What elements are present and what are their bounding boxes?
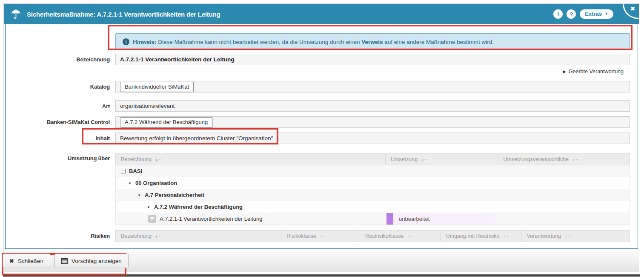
geerbte-verantwortung-link[interactable]: ▶ Geerbte Verantwortung [563,69,624,75]
art-value: organisationsrelevant [120,103,175,109]
umsetzung-table-header: Bezeichnung▲▼Umsetzung▲▼Umsetzungsverant… [115,153,630,165]
tree-row[interactable]: 00 Organisation [115,177,630,189]
column-label: Bezeichnung [121,156,152,162]
screenshot-root: Sicherheitsmaßnahme: A.7.2.1-1 Verantwor… [0,0,644,277]
close-icon: ✖ [9,258,14,264]
risiken-column-header[interactable]: Verantwortung▲▼ [521,231,630,242]
caret-down-icon[interactable] [137,193,141,197]
risiken-label: Risiken [3,233,110,239]
dialog-title: Sicherheitsmaßnahme: A.7.2.1-1 Verantwor… [27,11,220,18]
tree-row-label: A.7 Personalsicherheit [145,192,204,198]
vorschlag-label: Vorschlag anzeigen [72,258,122,264]
tree-row[interactable]: A.7.2 Während der Beschäftigung [115,201,630,213]
column-label: Verantwortung [527,233,561,239]
help-icon: ? [570,11,573,17]
bezeichnung-value: A.7.2.1-1 Verantwortlichkeiten der Leitu… [120,56,235,63]
hint-banner: i Hinweis: Diese Maßnahme kann nicht bea… [115,33,630,50]
risiken-column-header[interactable]: Restrisikoklasse▲▼ [360,231,441,242]
tree-row[interactable]: A.7 Personalsicherheit [115,189,630,201]
bezeichnung-label: Bezeichnung [3,56,110,63]
column-label: Bezeichnung [121,233,152,239]
control-field: A.7.2 Während der Beschäftigung [115,116,630,128]
sort-icons: ▲▼ [421,158,428,161]
info-icon: i [558,11,559,17]
info-button[interactable]: i [553,9,563,19]
sort-icons: ▲▼ [155,235,162,238]
close-icon: ✖ [630,6,635,12]
status-label: unbearbeitet [393,213,495,225]
tree-row-label: A.7.2 Während der Beschäftigung [154,204,243,210]
sort-icons: ▲▼ [320,235,326,238]
tree-row[interactable]: A.7.2.1-1 Verantwortlichkeiten der Leitu… [115,213,630,225]
risiken-column-header[interactable]: Risikoklasse▲▼ [281,231,360,242]
control-label: Banken-SiMaKat Control [3,119,110,125]
umsetzung-status: unbearbeitet [386,213,495,225]
titlebar: Sicherheitsmaßnahme: A.7.2.1-1 Verantwor… [4,4,639,24]
umsetzung-column-header[interactable]: Bezeichnung▲▼ [116,154,385,165]
katalog-chip[interactable]: Bankindividueller SiMaKat [120,82,194,92]
risiken-table-header: Bezeichnung▲▼Risikoklasse▲▼Restrisikokla… [115,230,630,242]
umsetzung-table: Bezeichnung▲▼Umsetzung▲▼Umsetzungsverant… [115,153,630,225]
umbrella-icon [148,215,156,223]
extras-button[interactable]: Extras ▼ [580,9,613,19]
geerbte-verantwortung-label: Geerbte Verantwortung [569,69,624,75]
umsetzung-column-header[interactable]: Umsetzungsverantwortliche▲▼ [498,154,630,165]
bezeichnung-field: A.7.2.1-1 Verantwortlichkeiten der Leitu… [115,54,630,65]
dialog-window: Sicherheitsmaßnahme: A.7.2.1-1 Verantwor… [3,3,640,274]
sort-icons: ▲▼ [503,235,509,238]
umsetzung-column-header[interactable]: Umsetzung▲▼ [385,154,498,165]
art-field: organisationsrelevant [115,100,630,112]
column-label: Umgang mit Restrisiko [446,233,500,239]
footer-buttons: ✖ Schließen Vorschlag anzeigen [3,254,129,268]
sort-icons: ▲▼ [407,235,414,238]
collapse-icon[interactable] [121,169,126,173]
info-icon: i [123,38,129,45]
tree-row[interactable]: BASI [115,165,630,177]
control-chip[interactable]: A.7.2 Während der Beschäftigung [120,117,212,127]
risiken-table: Bezeichnung▲▼Risikoklasse▲▼Restrisikokla… [115,230,630,242]
column-label: Umsetzung [391,156,418,162]
status-color-bar [386,213,393,225]
column-label: Risikoklasse [286,233,316,239]
caret-down-icon[interactable] [146,205,151,209]
sort-icons: ▲▼ [564,235,571,238]
art-label: Art [3,103,110,110]
chevron-right-icon: ▶ [563,69,566,74]
umbrella-icon [10,9,22,20]
help-button[interactable]: ? [567,9,576,19]
column-label: Umsetzungsverantwortliche [504,156,569,162]
sort-icons: ▲▼ [155,158,162,161]
chevron-down-icon: ▼ [604,12,608,16]
tree-row-label: BASI [129,168,142,174]
katalog-label: Katalog [3,84,110,90]
column-label: Restrisikoklasse [365,233,404,239]
tree-row-label: 00 Organisation [135,180,177,186]
inhalt-value: Bewertung erfolgt in übergeordnetem Clus… [120,135,273,141]
risiken-column-header[interactable]: Bezeichnung▲▼ [116,231,281,242]
katalog-field: Bankindividueller SiMaKat [115,81,630,92]
window-bottom-edge [3,274,640,277]
schliessen-label: Schließen [18,258,43,264]
list-icon [61,258,68,264]
umsetzung-ueber-label: Umsetzung über [3,155,110,162]
inhalt-label: Inhalt [3,135,110,141]
risiken-column-header[interactable]: Umgang mit Restrisiko▲▼ [441,231,521,242]
caret-down-icon[interactable] [128,181,132,185]
vorschlag-anzeigen-button[interactable]: Vorschlag anzeigen [54,254,129,268]
titlebar-actions: i ? Extras ▼ [553,9,613,19]
umsetzung-table-body: BASI00 OrganisationA.7 Personalsicherhei… [115,165,630,225]
extras-label: Extras [585,11,602,17]
inhalt-field: Bewertung erfolgt in übergeordnetem Clus… [115,133,630,144]
tree-row-label: A.7.2.1-1 Verantwortlichkeiten der Leitu… [160,216,262,222]
schliessen-button[interactable]: ✖ Schließen [3,254,50,268]
sort-icons: ▲▼ [572,158,579,161]
hint-text: Hinweis: Diese Maßnahme kann nicht bearb… [133,39,494,45]
